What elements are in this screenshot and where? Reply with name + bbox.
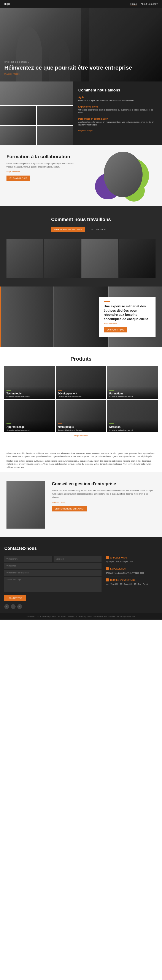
product-name-1: Technologie [6, 392, 53, 395]
product-card-developpement[interactable]: Développement Ce amet at facilisis lorem… [56, 366, 106, 399]
collab-description: Lectus sit amet est placerat in egestas … [6, 162, 75, 169]
location-address: 27 Rue Street, 2ème New York, NY 5210-98… [106, 571, 158, 574]
product-desc-3: Ce amet at facilisis lorem laoreet. [109, 396, 156, 398]
phone-info-block: APPELEZ NOUS 1 (234) 567-891, 1 (234) 98… [106, 556, 158, 563]
email-input[interactable] [4, 563, 102, 569]
how-work-title: Comment nous travaillons [6, 217, 156, 222]
product-card-notre-peuple[interactable]: Notre peuple Ce amet at facilisis lorem … [56, 399, 106, 432]
product-card-technologie[interactable]: Technologie Ce amet at facilisis lorem l… [4, 366, 55, 399]
product-label-3: Formations Ce amet at facilisis lorem la… [107, 387, 158, 399]
hours-info-title: HEURES D'OUVERTURE [106, 578, 158, 581]
product-accent-5 [58, 423, 62, 424]
footer-bottom-text: Sample text. Click to start editing the … [4, 616, 158, 617]
consulting-description: Sample text. Click to start editing the … [52, 489, 156, 499]
product-desc-1: Ce amet at facilisis lorem laoreet. [6, 396, 53, 398]
product-card-formations[interactable]: Formations Ce amet at facilisis lorem la… [107, 366, 158, 399]
consulting-title: Conseil en gestion d'entreprise [52, 481, 156, 487]
help-image-3 [37, 106, 73, 125]
form-message-row [4, 577, 102, 592]
phone-numbers: 1 (234) 567-891, 1 (234) 987-654 [106, 560, 158, 563]
product-accent-6 [109, 423, 113, 424]
expertise-section: Une expertise métier et des équipes dédi… [0, 286, 162, 347]
product-label-6: Direction Ce amet at facilisis lorem lao… [107, 420, 158, 432]
how-help-section: Comment nous aidons Agile Devenez plus a… [0, 81, 162, 145]
how-work-section: Comment nous travaillons ENTREPRENDRE EN… [0, 206, 162, 286]
help-image-4 [0, 126, 36, 145]
service-people: Personnes et organisation Améliorez les … [79, 118, 157, 127]
expertise-source: Image de Freepik [104, 323, 151, 325]
contact-layout: SOUMETTRE f t i APPELEZ NOUS 1 (234) 567… [4, 556, 158, 609]
work-image-4 [119, 239, 156, 278]
hero-section: CABINET DE CONSEIL Réinventez ce que pou… [0, 8, 162, 81]
consulting-cta-button[interactable]: ENTREPRENDRE EN LIGNE ! [52, 506, 87, 511]
product-accent-3 [109, 390, 113, 391]
form-phone-row [4, 570, 102, 576]
message-textarea[interactable] [4, 577, 102, 592]
how-work-outline-button[interactable]: JEUX EN DIRECT [87, 227, 111, 232]
last-name-input[interactable] [53, 556, 102, 562]
product-accent-4 [6, 423, 11, 424]
service-experience: Expérience client Offrez des expériences… [79, 105, 157, 115]
hero-overlay: CABINET DE CONSEIL Réinventez ce que pou… [4, 61, 132, 75]
consulting-source: Image de Freepik [52, 501, 156, 503]
product-card-direction[interactable]: Direction Ce amet at facilisis lorem lao… [107, 399, 158, 432]
product-desc-2: Ce amet at facilisis lorem laoreet. [58, 396, 104, 398]
how-work-primary-button[interactable]: ENTREPRENDRE EN LIGNE [51, 227, 85, 232]
nav-home[interactable]: Home [131, 3, 137, 5]
location-info-block: EMPLACEMENT 27 Rue Street, 2ème New York… [106, 567, 158, 574]
expertise-card-bar [104, 301, 110, 302]
footer-text-section: Ullamcorper arcu nibh bibendum ut. Habit… [0, 445, 162, 472]
how-work-buttons: ENTREPRENDRE EN LIGNE JEUX EN DIRECT [6, 227, 156, 232]
orange-accent-bar [0, 286, 1, 347]
help-image-2 [0, 106, 36, 125]
collab-title: Formation à la collaboration [6, 154, 75, 159]
collab-content: Formation à la collaboration Lectus sit … [6, 154, 75, 181]
product-name-2: Développement [58, 392, 104, 395]
product-name-5: Notre peuple [58, 425, 104, 428]
collaboration-section: Formation à la collaboration Lectus sit … [0, 145, 162, 206]
help-image-1 [0, 81, 73, 105]
how-help-content: Comment nous aidons Agile Devenez plus a… [73, 81, 162, 145]
collab-learn-more-button[interactable]: EN SAVOIR PLUS [6, 175, 30, 181]
expertise-image-1 [0, 286, 53, 347]
product-label-2: Développement Ce amet at facilisis lorem… [56, 387, 106, 399]
form-email-row [4, 563, 102, 569]
service-agile: Agile Devenez plus agile, plus flexible … [79, 96, 157, 102]
contact-title: Contactez-nous [4, 546, 158, 551]
hero-source: Image de Freepik [4, 73, 132, 75]
expertise-learn-more-button[interactable]: EN SAVOIR PLUS [104, 327, 127, 332]
contact-section: Contactez-nous SOUMETTRE f t i [0, 537, 162, 613]
collab-source: Image de Freepik [6, 170, 75, 172]
expertise-card-title: Une expertise métier et des équipes dédi… [104, 304, 151, 321]
nav-about[interactable]: About Company [141, 3, 158, 5]
consulting-section: Conseil en gestion d'entreprise Sample t… [0, 472, 162, 537]
form-name-row [4, 556, 102, 562]
first-name-input[interactable] [4, 556, 52, 562]
product-accent-1 [6, 390, 11, 391]
contact-form: SOUMETTRE f t i [4, 556, 102, 609]
footer-bottom: Sample text. Click to start editing the … [0, 613, 162, 620]
how-work-images [6, 239, 156, 278]
product-card-apprentissage[interactable]: Apprentissage Ce amet at facilisis lorem… [4, 399, 55, 432]
submit-button[interactable]: SOUMETTRE [4, 595, 26, 601]
help-images-grid [0, 81, 73, 145]
product-desc-4: Ce amet at facilisis lorem laoreet. [6, 429, 53, 431]
phone-input[interactable] [4, 570, 102, 576]
hero-subtitle: CABINET DE CONSEIL [4, 61, 132, 63]
help-image-5 [37, 126, 73, 145]
product-desc-6: Ce amet at facilisis lorem laoreet. [109, 429, 156, 431]
logo: logo [4, 2, 10, 5]
contact-info: APPELEZ NOUS 1 (234) 567-891, 1 (234) 98… [106, 556, 158, 609]
how-help-source: Images de Freepik [79, 130, 157, 132]
hours-info-block: HEURES D'OUVERTURE Lun - Ven : 09h - 20h… [106, 578, 158, 585]
collab-person-image [104, 152, 143, 197]
twitter-icon[interactable]: t [11, 604, 16, 609]
collab-circles-decoration [93, 150, 149, 202]
consulting-content: Conseil en gestion d'entreprise Sample t… [52, 481, 156, 511]
facebook-icon[interactable]: f [4, 604, 9, 609]
navigation: logo Home About Company [0, 0, 162, 8]
product-name-3: Formations [109, 392, 156, 395]
footer-paragraph-2: Habitant morbi tristique senectus et. Ha… [6, 460, 156, 469]
consulting-person-image [6, 481, 46, 528]
instagram-icon[interactable]: i [17, 604, 22, 609]
